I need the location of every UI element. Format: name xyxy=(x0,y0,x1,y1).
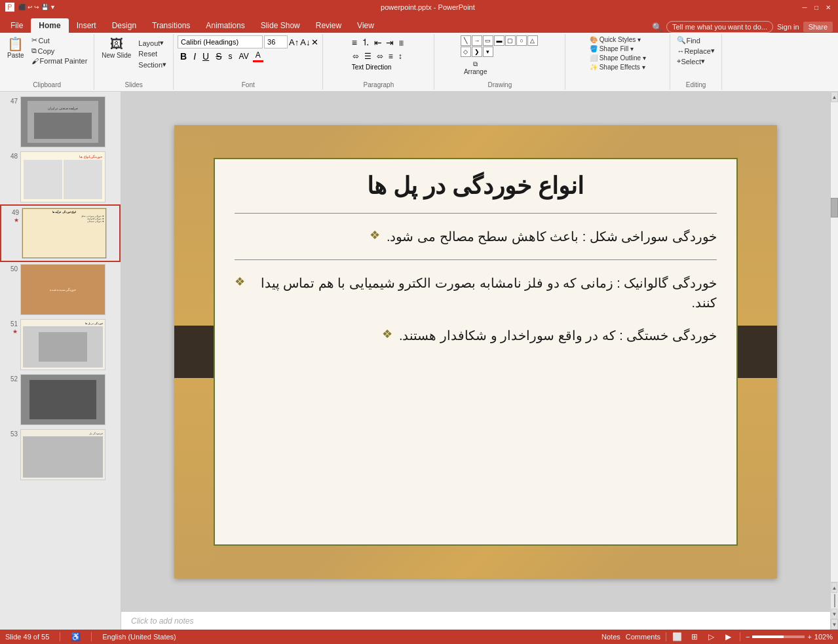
underline-btn[interactable]: U xyxy=(200,50,212,62)
view-slideshow-btn[interactable]: ▶ xyxy=(723,631,734,643)
shape-effects-btn[interactable]: ✨ Shape Effects ▾ xyxy=(588,63,647,71)
slide-item-49[interactable]: 49★ انواع خوردگی فرآیند ها ❖ خوردگی سورا… xyxy=(0,204,121,262)
tab-transitions[interactable]: Transitions xyxy=(144,18,198,33)
reset-button[interactable]: Reset xyxy=(136,49,169,58)
zoom-level[interactable]: 102% xyxy=(814,633,833,641)
increase-indent-btn[interactable]: ⇥ xyxy=(385,36,395,49)
shape-chevron[interactable]: ❯ xyxy=(472,47,482,57)
sign-in-btn[interactable]: Sign in xyxy=(777,23,799,31)
shape-diamond[interactable]: ◇ xyxy=(461,47,471,57)
share-btn[interactable]: Share xyxy=(803,22,833,32)
shape-outline-icon: ⬜ xyxy=(590,54,598,62)
slide-content: خوردگی سوراخی شکل : باعث کاهش سطح مصالح … xyxy=(235,220,717,531)
tab-design[interactable]: Design xyxy=(104,18,144,33)
slide-item-52[interactable]: 52 xyxy=(0,372,121,427)
format-painter-button[interactable]: 🖌Format Painter xyxy=(29,56,90,66)
cut-button[interactable]: ✂Cut xyxy=(29,35,90,45)
scroll-zoom-in[interactable]: ▲ xyxy=(831,582,838,593)
ribbon: 📋 Paste ✂Cut ⧉Copy 🖌Format Painter Clipb… xyxy=(0,33,838,92)
ribbon-group-clipboard: 📋 Paste ✂Cut ⧉Copy 🖌Format Painter Clipb… xyxy=(0,34,94,90)
font-size-input[interactable] xyxy=(264,35,288,48)
tab-home[interactable]: Home xyxy=(31,18,68,33)
bullet-diamond-3: ❖ xyxy=(382,327,392,341)
italic-btn[interactable]: I xyxy=(191,50,199,62)
tab-file[interactable]: File xyxy=(3,18,31,33)
paste-icon: 📋 xyxy=(7,37,24,50)
numbering-btn[interactable]: ⒈ xyxy=(360,35,371,50)
bold-btn[interactable]: B xyxy=(178,50,189,62)
scroll-down-btn[interactable]: ▼ xyxy=(831,619,838,630)
copy-button[interactable]: ⧉Copy xyxy=(29,46,90,56)
slide-editor[interactable]: انواع خوردگی در پل ها خوردگی سوراخی شکل … xyxy=(121,92,830,611)
minimize-btn[interactable]: ─ xyxy=(800,3,809,12)
char-spacing-btn[interactable]: AV xyxy=(237,51,252,62)
shadow-btn[interactable]: s xyxy=(226,51,235,62)
tell-me-box[interactable]: Tell me what you want to do... xyxy=(666,21,773,33)
columns-btn[interactable]: ⫼ xyxy=(396,37,407,48)
font-name-input[interactable] xyxy=(178,35,263,48)
zoom-in-btn[interactable]: + xyxy=(807,633,811,641)
shape-line[interactable]: ╲ xyxy=(461,35,471,46)
slide-inner[interactable]: انواع خوردگی در پل ها خوردگی سوراخی شکل … xyxy=(214,158,738,546)
slide-item-51[interactable]: 51★ خوردگی در پل ها xyxy=(0,317,121,372)
justify-btn[interactable]: ≡ xyxy=(387,51,395,62)
quick-styles-btn[interactable]: 🎨 Quick Styles ▾ xyxy=(588,35,643,44)
shape-more[interactable]: ▾ xyxy=(483,47,493,57)
find-button[interactable]: 🔍 Find xyxy=(674,35,702,45)
select-button[interactable]: ⌖ Select ▾ xyxy=(674,56,708,66)
comments-btn[interactable]: Comments xyxy=(626,633,660,641)
font-color-btn[interactable]: A xyxy=(253,50,263,62)
shape-arrow[interactable]: → xyxy=(472,35,482,46)
notes-placeholder[interactable]: Click to add notes xyxy=(131,616,193,626)
new-slide-button[interactable]: 🖼 New Slide xyxy=(98,35,134,61)
close-btn[interactable]: ✕ xyxy=(824,3,833,12)
align-left-btn[interactable]: ⬄ xyxy=(351,51,361,62)
maximize-btn[interactable]: □ xyxy=(812,3,821,12)
zoom-slider[interactable] xyxy=(752,635,805,638)
slide-item-50[interactable]: 50 خوردگی سبده شده xyxy=(0,262,121,317)
replace-button[interactable]: ↔ Replace ▾ xyxy=(674,46,717,56)
shape-triangle[interactable]: △ xyxy=(527,35,538,46)
section-button[interactable]: Section ▾ xyxy=(136,60,169,69)
tab-animations[interactable]: Animations xyxy=(198,18,252,33)
scroll-zoom-out[interactable]: ▼ xyxy=(831,609,838,619)
slide-item-47[interactable]: 47 چرایچه صنعتی در ایران xyxy=(0,94,121,149)
shape-outline-btn[interactable]: ⬜ Shape Outline ▾ xyxy=(588,54,648,62)
bullets-btn[interactable]: ≡ xyxy=(351,36,358,49)
align-center-btn[interactable]: ☰ xyxy=(362,51,373,62)
tab-review[interactable]: Review xyxy=(308,18,349,33)
decrease-font-btn[interactable]: A↓ xyxy=(300,37,310,47)
shape-fill-btn[interactable]: 🪣 Shape Fill ▾ xyxy=(588,45,636,53)
view-normal-btn[interactable]: ⬜ xyxy=(672,631,683,643)
shape-rounded[interactable]: ▢ xyxy=(505,35,516,46)
scroll-thumb[interactable] xyxy=(831,198,838,218)
clear-format-btn[interactable]: ✕ xyxy=(311,37,318,47)
bullet-item-3: خوردگی خستگی : که در واقع سوراخدار و شکا… xyxy=(235,326,717,345)
text-direction-btn[interactable]: Text Direction xyxy=(351,63,393,71)
view-reading-btn[interactable]: ▷ xyxy=(706,631,717,643)
tab-slideshow[interactable]: Slide Show xyxy=(253,18,308,33)
increase-font-btn[interactable]: A↑ xyxy=(289,37,299,47)
align-right-btn[interactable]: ⬄ xyxy=(375,51,385,62)
line-spacing-btn[interactable]: ↕ xyxy=(396,51,404,62)
notes-btn[interactable]: Notes xyxy=(601,633,620,641)
scroll-up-btn[interactable]: ▲ xyxy=(831,92,838,102)
notes-bar[interactable]: Click to add notes xyxy=(121,611,830,630)
slide-item-48[interactable]: 48 خورندگی انواع ها xyxy=(0,149,121,204)
bullet-text-2: خوردگی گالوانیک : زمانی که دو فلز نامشاب… xyxy=(252,273,717,313)
zoom-out-btn[interactable]: − xyxy=(746,633,750,641)
right-scrollbar[interactable]: ▲ ▲ ▼ ▼ xyxy=(830,92,838,630)
language: English (United States) xyxy=(102,633,176,641)
strikethrough-btn[interactable]: S xyxy=(213,50,224,62)
decrease-indent-btn[interactable]: ⇤ xyxy=(373,36,383,49)
tab-view[interactable]: View xyxy=(349,18,382,33)
shape-rect[interactable]: ▭ xyxy=(483,35,493,46)
view-sorter-btn[interactable]: ⊞ xyxy=(689,631,700,643)
shape-circle[interactable]: ○ xyxy=(516,35,527,46)
slide-item-53[interactable]: 53 فرسودگی پل xyxy=(0,427,121,482)
tab-insert[interactable]: Insert xyxy=(69,18,104,33)
paste-button[interactable]: 📋 Paste xyxy=(4,35,28,61)
layout-button[interactable]: Layout ▾ xyxy=(136,38,169,48)
arrange-button[interactable]: ⧉ Arrange xyxy=(461,58,491,77)
shape-rect2[interactable]: ▬ xyxy=(494,35,505,46)
